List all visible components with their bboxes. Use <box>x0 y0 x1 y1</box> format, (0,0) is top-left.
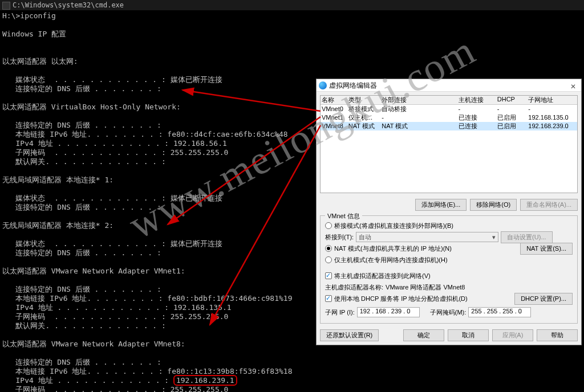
table-row[interactable]: VMnet0 桥接模式 自动桥接 - - - <box>321 105 577 113</box>
checkbox-dhcp[interactable] <box>325 295 332 302</box>
vmnet-info-group: VMnet 信息 桥接模式(将虚拟机直接连接到外部网络)(B) 桥接到(T): … <box>320 215 578 324</box>
nat-settings-button[interactable]: NAT 设置(S)... <box>520 243 573 255</box>
adapter-vmnet8-title: 以太网适配器 VMware Network Adapter VMnet8: <box>2 340 185 348</box>
close-icon[interactable]: ✕ <box>567 80 579 93</box>
adapter-wlan2-title: 无线局域网适配器 本地连接* 2: <box>2 221 113 230</box>
help-button[interactable]: 帮助 <box>537 329 578 341</box>
table-row-selected[interactable]: VMnet8 NAT 模式 NAT 模式 已连接 已启用 192.168.239… <box>321 122 577 130</box>
table-header: 名称 类型 外部连接 主机连接 DHCP 子网地址 <box>321 96 577 105</box>
ok-button[interactable]: 确定 <box>403 329 444 341</box>
adapter-vbox-title: 以太网适配器 VirtualBox Host-Only Network: <box>2 103 181 111</box>
radio-hostonly[interactable] <box>325 256 332 263</box>
radio-bridge[interactable] <box>325 222 332 229</box>
cmd-titlebar: C:\Windows\system32\cmd.exe <box>0 0 584 10</box>
bridge-select[interactable]: 自动 <box>356 232 498 242</box>
add-network-button[interactable]: 添加网络(E)... <box>415 199 467 211</box>
subnet-ip-input[interactable]: 192 . 168 . 239 . 0 <box>357 307 420 317</box>
remove-network-button[interactable]: 移除网络(O) <box>470 199 517 211</box>
adapter-ethernet-title: 以太网适配器 以太网: <box>2 57 78 66</box>
dialog-title-text: 虚拟网络编辑器 <box>329 81 377 89</box>
auto-settings-button[interactable]: 自动设置(U)... <box>501 231 552 243</box>
vnet-editor-dialog: 虚拟网络编辑器 ✕ 名称 类型 外部连接 主机连接 DHCP 子网地址 VMne… <box>316 79 582 345</box>
dhcp-settings-button[interactable]: DHCP 设置(P)... <box>514 293 573 305</box>
subnet-mask-input[interactable]: 255 . 255 . 255 . 0 <box>468 307 531 317</box>
apply-button[interactable]: 应用(A) <box>492 329 533 341</box>
restore-defaults-button[interactable]: 还原默认设置(R) <box>320 329 379 341</box>
rename-network-button[interactable]: 重命名网络(A)... <box>520 199 578 211</box>
dialog-titlebar: 虚拟网络编辑器 ✕ <box>317 79 581 92</box>
network-table[interactable]: 名称 类型 外部连接 主机连接 DHCP 子网地址 VMnet0 桥接模式 自动… <box>320 95 578 193</box>
host-adapter-name: VMware 网络适配器 VMnet8 <box>386 283 465 292</box>
vmnet8-ipv4-highlight: 192.168.239.1 <box>173 375 237 386</box>
cmd-prompt: H:\>ipconfig <box>2 11 56 20</box>
table-row[interactable]: VMnet1 仅主机... - 已连接 已启用 192.168.135.0 <box>321 113 577 122</box>
adapter-vmnet1-title: 以太网适配器 VMware Network Adapter VMnet1: <box>2 267 185 275</box>
group-legend: VMnet 信息 <box>325 212 362 220</box>
radio-nat[interactable] <box>325 245 332 252</box>
cancel-button[interactable]: 取消 <box>448 329 489 341</box>
checkbox-connect-host[interactable] <box>325 272 332 279</box>
adapter-wlan1-title: 无线局域网适配器 本地连接* 1: <box>2 175 113 184</box>
cmd-ip-header: Windows IP 配置 <box>2 30 66 38</box>
